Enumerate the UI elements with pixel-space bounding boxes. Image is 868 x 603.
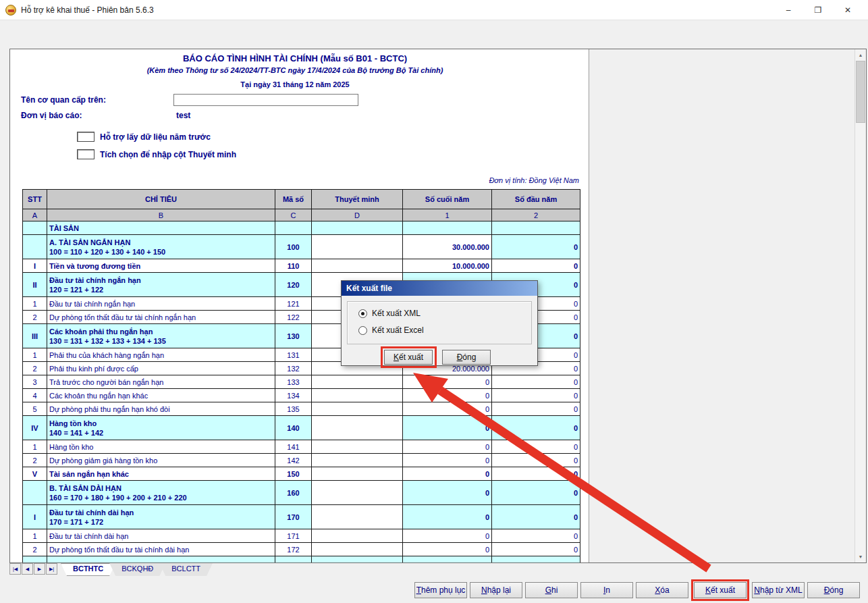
cell-so-cuoi-nam[interactable]: 0 <box>403 375 492 389</box>
table-row: IV Hàng tồn kho140 = 141 + 142 140 0 0 <box>23 416 580 440</box>
nav-next-icon[interactable]: ▶ <box>34 563 45 575</box>
subheader-2: 2 <box>492 209 580 221</box>
cell-so-dau-nam[interactable]: 0 <box>492 389 580 402</box>
cell-stt: 2 <box>23 362 47 375</box>
tab-bclctt[interactable]: BCLCTT <box>159 563 213 576</box>
agency-input[interactable] <box>173 94 358 106</box>
cell-so-cuoi-nam[interactable]: 0 <box>403 481 492 505</box>
scroll-thumb[interactable] <box>856 61 865 123</box>
cell-chi-tieu: Đầu tư tài chính dài hạn <box>47 529 275 543</box>
radio-unselected-icon[interactable] <box>358 326 367 335</box>
cell-so-dau-nam[interactable]: 0 <box>492 402 580 416</box>
cell-so-dau-nam[interactable]: 0 <box>492 467 580 481</box>
cell-so-cuoi-nam[interactable]: 0 <box>403 505 492 529</box>
minimize-button[interactable]: – <box>774 0 803 20</box>
nav-first-icon[interactable]: |◀ <box>9 563 21 575</box>
nav-last-icon[interactable]: ▶| <box>46 563 57 575</box>
close-button[interactable]: ✕ <box>833 0 863 20</box>
cell-thuyet-minh[interactable] <box>312 416 403 440</box>
cell-so-dau-nam[interactable]: 0 <box>492 235 580 259</box>
cell-thuyet-minh[interactable] <box>312 529 403 543</box>
cell-so-dau-nam[interactable]: 0 <box>492 505 580 529</box>
checkbox-thuyet-minh-column[interactable] <box>77 149 94 159</box>
cell-thuyet-minh[interactable] <box>312 505 403 529</box>
cell-chi-tieu: Dự phòng giảm giá hàng tồn kho <box>47 454 275 467</box>
footer-button-xoa[interactable]: Xóa <box>636 582 688 598</box>
cell-so-cuoi-nam[interactable]: 0 <box>403 389 492 402</box>
cell-so-dau-nam[interactable]: 0 <box>492 529 580 543</box>
footer-button-nhap-lai[interactable]: Nhập lại <box>470 582 522 598</box>
cell-so-dau-nam[interactable]: 0 <box>492 481 580 505</box>
cell-so-dau-nam[interactable]: 0 <box>492 416 580 440</box>
cell-so-cuoi-nam[interactable]: 0 <box>403 529 492 543</box>
radio-option-xml[interactable]: Kết xuất XML <box>358 309 421 318</box>
cell-thuyet-minh[interactable] <box>312 402 403 416</box>
dialog-export-button[interactable]: Kết xuất <box>384 350 433 365</box>
cell-so-cuoi-nam[interactable] <box>403 556 492 563</box>
footer-button-them-phu-luc[interactable]: Thêm phụ lục <box>414 582 467 598</box>
unit-value: test <box>176 111 190 120</box>
scroll-up-icon[interactable]: ▲ <box>855 49 866 61</box>
nav-prev-icon[interactable]: ◀ <box>22 563 33 575</box>
cell-thuyet-minh[interactable] <box>312 454 403 467</box>
cell-so-cuoi-nam[interactable]: 10.000.000 <box>403 259 492 273</box>
cell-thuyet-minh[interactable] <box>312 375 403 389</box>
maximize-button[interactable]: ❐ <box>803 0 833 20</box>
cell-chi-tieu: Phải thu của khách hàng ngắn hạn <box>47 348 275 362</box>
radio-selected-icon[interactable] <box>358 309 367 318</box>
cell-thuyet-minh[interactable] <box>312 235 403 259</box>
footer-button-ghi[interactable]: Ghi <box>525 582 578 598</box>
col-header-chi-tieu: CHỈ TIÊU <box>47 190 275 209</box>
export-dialog-titlebar[interactable]: Kết xuất file <box>342 281 537 296</box>
tab-bcthtc[interactable]: BCTHTC <box>61 563 115 576</box>
footer-toolbar: Thêm phụ lục Nhập lại Ghi In Xóa Kết xuấ… <box>0 577 868 603</box>
cell-thuyet-minh[interactable] <box>312 481 403 505</box>
cell-thuyet-minh[interactable] <box>312 467 403 481</box>
subheader-b: B <box>47 209 275 221</box>
cell-so-dau-nam[interactable] <box>492 556 580 563</box>
cell-ma-so: 121 <box>275 297 312 311</box>
col-header-so-cuoi-nam: Số cuối năm <box>403 190 492 209</box>
scroll-down-icon[interactable]: ▼ <box>855 551 866 562</box>
cell-thuyet-minh[interactable] <box>312 440 403 454</box>
footer-button-ket-xuat[interactable]: Kết xuất <box>694 582 747 598</box>
cell-so-cuoi-nam[interactable]: 0 <box>403 543 492 556</box>
cell-ma-so <box>275 221 312 235</box>
cell-stt: I <box>23 259 47 273</box>
cell-so-cuoi-nam[interactable]: 0 <box>403 440 492 454</box>
cell-so-dau-nam[interactable]: 0 <box>492 440 580 454</box>
cell-ma-so: 134 <box>275 389 312 402</box>
dialog-close-button[interactable]: Đóng <box>442 350 491 365</box>
cell-so-dau-nam[interactable]: 0 <box>492 375 580 389</box>
footer-button-in[interactable]: In <box>580 582 633 598</box>
cell-thuyet-minh[interactable] <box>312 556 403 563</box>
table-row: 4 Các khoản thu ngắn hạn khác 134 0 0 <box>23 389 580 402</box>
cell-thuyet-minh[interactable] <box>312 389 403 402</box>
footer-button-dong[interactable]: Đóng <box>807 582 860 598</box>
radio-option-excel[interactable]: Kết xuất Excel <box>358 325 424 335</box>
cell-so-dau-nam[interactable] <box>492 221 580 235</box>
cell-so-cuoi-nam[interactable]: 0 <box>403 402 492 416</box>
sheet-tabstrip: |◀ ◀ ▶ ▶| BCTHTC BCKQHĐ BCLCTT <box>9 563 213 577</box>
cell-so-cuoi-nam[interactable]: 0 <box>403 467 492 481</box>
cell-thuyet-minh[interactable] <box>312 221 403 235</box>
vertical-scrollbar[interactable]: ▲ ▼ <box>855 49 866 562</box>
cell-thuyet-minh[interactable] <box>312 543 403 556</box>
tab-bckqhd[interactable]: BCKQHĐ <box>109 563 165 576</box>
cell-thuyet-minh[interactable] <box>312 259 403 273</box>
cell-so-cuoi-nam[interactable] <box>403 221 492 235</box>
cell-ma-so: 130 <box>275 324 312 348</box>
cell-ma-so: 120 <box>275 273 312 297</box>
footer-button-nhap-tu-xml[interactable]: Nhập từ XML <box>752 582 805 598</box>
radio-xml-label: Kết xuất XML <box>372 309 421 318</box>
checkbox-prev-year-data[interactable] <box>77 132 94 142</box>
cell-so-dau-nam[interactable]: 0 <box>492 259 580 273</box>
table-row: V Tài sản ngắn hạn khác 150 0 0 <box>23 467 580 481</box>
cell-so-cuoi-nam[interactable]: 30.000.000 <box>403 235 492 259</box>
cell-so-cuoi-nam[interactable]: 0 <box>403 416 492 440</box>
cell-stt: 2 <box>23 454 47 467</box>
cell-so-cuoi-nam[interactable]: 0 <box>403 454 492 467</box>
cell-so-dau-nam[interactable]: 0 <box>492 543 580 556</box>
cell-chi-tieu: Đầu tư tài chính ngắn hạn120 = 121 + 122 <box>47 273 275 297</box>
cell-so-dau-nam[interactable]: 0 <box>492 454 580 467</box>
